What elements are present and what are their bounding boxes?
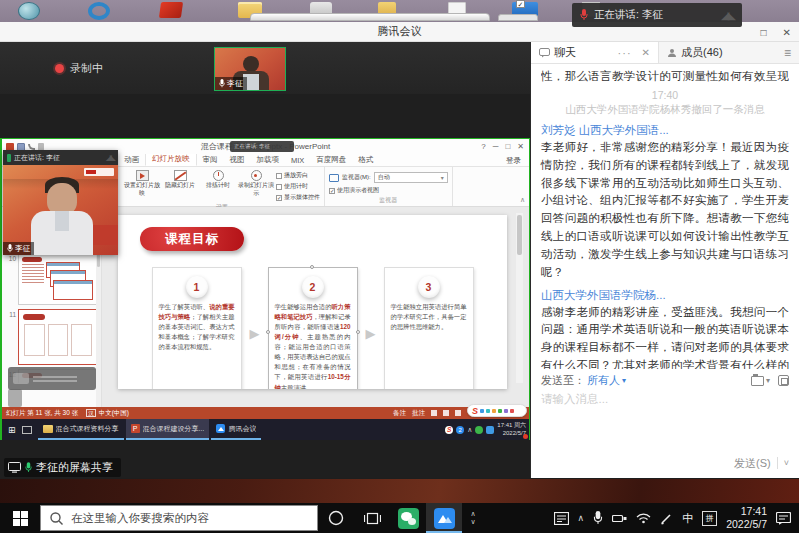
- send-to-selector[interactable]: 所有人: [587, 373, 620, 388]
- mic-tray-icon[interactable]: [593, 511, 603, 525]
- notes-button[interactable]: 备注: [393, 409, 406, 418]
- rehearse-timings-button[interactable]: 排练计时: [200, 169, 236, 190]
- send-button[interactable]: 发送(S): [734, 456, 771, 471]
- cortana-button[interactable]: [318, 503, 354, 533]
- shared-clock[interactable]: 17:41 周六 2022/5/7: [497, 422, 526, 438]
- objective-card-1[interactable]: 1 学生了解英语听、说的重要技巧与策略；了解相关主题的基本英语词汇、表达方式和基…: [152, 267, 242, 389]
- slide-scrollbar[interactable]: [516, 213, 523, 383]
- close-button[interactable]: ✕: [783, 27, 791, 38]
- maximize-button[interactable]: □: [761, 27, 767, 38]
- chat-sender[interactable]: 刘芳彣 山西大学外国语...: [541, 123, 789, 138]
- tray-expand-icon[interactable]: ∧: [467, 426, 472, 434]
- tab-mix[interactable]: MIX: [285, 156, 310, 166]
- taskbar-app-wechat[interactable]: [390, 503, 426, 533]
- tab-members[interactable]: 成员(46): [659, 42, 776, 63]
- record-slideshow-button[interactable]: 录制幻灯片演示: [238, 169, 274, 197]
- notification-count-badge[interactable]: 2: [456, 426, 464, 434]
- chat-close-icon[interactable]: ✕: [642, 47, 650, 58]
- desktop-icon-red-app[interactable]: [159, 2, 183, 18]
- start-button[interactable]: [0, 511, 40, 526]
- slideshow-view-icon[interactable]: [455, 410, 461, 416]
- comments-button[interactable]: 批注: [412, 409, 425, 418]
- taskbar-scroll-arrows[interactable]: ∧∨: [462, 510, 484, 525]
- selection-handle[interactable]: [356, 330, 360, 334]
- tab-view[interactable]: 视图: [224, 155, 251, 166]
- tab-review[interactable]: 审阅: [197, 155, 224, 166]
- sogou-ime-toolbar[interactable]: S: [467, 404, 527, 417]
- ime-tool-icon[interactable]: [492, 409, 496, 413]
- tab-format[interactable]: 格式: [352, 155, 379, 166]
- shared-app-powerpoint[interactable]: P 混合课程建设分享...: [126, 419, 210, 440]
- tab-baidu[interactable]: 百度网盘: [310, 155, 352, 166]
- slide-title[interactable]: 课程目标: [140, 227, 244, 251]
- selection-handle[interactable]: [310, 265, 314, 269]
- send-options-icon[interactable]: ˅: [784, 458, 789, 468]
- objective-card-3[interactable]: 3 学生能独立用英语进行简单的学术研究工作，具备一定的思辨性思维能力。: [384, 267, 474, 389]
- ime-tool-icon[interactable]: [510, 409, 514, 413]
- signin-link[interactable]: 登录: [506, 156, 529, 166]
- normal-view-icon[interactable]: [431, 410, 437, 416]
- undo-icon[interactable]: [28, 144, 35, 150]
- tab-animation[interactable]: 动画: [118, 155, 145, 166]
- tab-slideshow[interactable]: 幻灯片放映: [145, 153, 197, 166]
- monitor-select[interactable]: 自动 ▾: [374, 172, 448, 183]
- use-timings-checkbox[interactable]: 使用计时: [276, 182, 320, 191]
- taskbar-clock[interactable]: 17:41 2022/5/7: [726, 505, 767, 531]
- tab-addins[interactable]: 加载项: [251, 155, 286, 166]
- sogou-tray-icon[interactable]: S: [445, 426, 453, 434]
- ime-pinyin-button[interactable]: 拼: [702, 511, 717, 526]
- task-view-button[interactable]: [354, 503, 390, 533]
- wifi-icon[interactable]: [636, 512, 651, 524]
- shared-start-button[interactable]: ⊞: [2, 425, 22, 435]
- security-tray-icon[interactable]: [475, 426, 483, 434]
- desktop-icon-checkbox[interactable]: ✓: [516, 0, 525, 8]
- taskbar-search-box[interactable]: 在这里输入你要搜索的内容: [40, 505, 318, 531]
- scroll-up-icon[interactable]: ∧: [470, 510, 475, 518]
- objective-card-2-selected[interactable]: 2 学生能够运用合适的听力策略和笔记技巧，理解和记录所听内容，能听懂语速120词…: [268, 267, 358, 389]
- floating-toolbar-tab[interactable]: [8, 389, 22, 407]
- ppt-close-button[interactable]: ✕: [517, 142, 524, 151]
- scroll-down-icon[interactable]: ∨: [470, 518, 475, 526]
- current-slide[interactable]: 课程目标 1 学生了解英语听、说的重要技巧与策略；了解相关主题的基本英语词汇、表…: [118, 215, 507, 389]
- ime-tool-icon[interactable]: [480, 409, 484, 413]
- screenshot-button[interactable]: [778, 375, 789, 386]
- ime-language-button[interactable]: 中: [682, 511, 693, 526]
- setup-slideshow-button[interactable]: 设置幻灯片放映: [124, 169, 160, 197]
- speaker-video-thumbnail[interactable]: 李征: [214, 47, 286, 91]
- language-label[interactable]: 中文(中国): [99, 409, 129, 418]
- ppt-minimize-button[interactable]: ─: [493, 142, 499, 151]
- hide-slide-button[interactable]: 隐藏幻灯片: [162, 169, 198, 190]
- panel-menu-icon[interactable]: ≡: [776, 46, 799, 60]
- chat-more-icon[interactable]: ···: [618, 47, 632, 59]
- presenter-view-checkbox[interactable]: ✓ 使用演示者视图: [329, 186, 448, 195]
- ime-tool-icon[interactable]: [498, 409, 502, 413]
- chat-input[interactable]: [531, 390, 799, 452]
- selection-handle[interactable]: [266, 330, 270, 334]
- shared-app-folder[interactable]: 混合式课程资料分享: [38, 419, 124, 440]
- send-file-button[interactable]: ▾: [751, 376, 770, 386]
- collapse-ribbon-icon[interactable]: ∧: [520, 196, 525, 204]
- news-widget-icon[interactable]: [554, 512, 569, 525]
- show-media-controls-checkbox[interactable]: ✓ 显示媒体控件: [276, 193, 320, 202]
- sorter-view-icon[interactable]: [443, 410, 449, 416]
- device-tray-icon[interactable]: [612, 513, 627, 524]
- tab-chat[interactable]: 聊天 ··· ✕: [531, 42, 659, 63]
- taskbar-app-meeting[interactable]: [426, 503, 462, 533]
- ppt-help-button[interactable]: ?: [481, 142, 485, 151]
- slide-thumb-10[interactable]: [18, 253, 97, 305]
- ime-tool-icon[interactable]: [504, 409, 508, 413]
- shared-app-meeting[interactable]: 腾讯会议: [211, 419, 261, 440]
- camera-overlay-window[interactable]: 正在讲话: 李征 ◢◣: [3, 150, 118, 255]
- tray-expand-icon[interactable]: ∧: [578, 513, 585, 523]
- play-narrations-checkbox[interactable]: 播放旁白: [276, 171, 320, 180]
- chat-messages[interactable]: 性，那么语言教学设计的可测量性如何有效呈现[抱拳] 17:40 山西大学外国语学…: [531, 64, 799, 369]
- desktop-icon-browser[interactable]: [88, 2, 110, 20]
- floating-toolbar-overlay[interactable]: [8, 367, 96, 390]
- action-center-icon[interactable]: [776, 512, 791, 525]
- shared-taskview-button[interactable]: [22, 426, 32, 434]
- pen-icon[interactable]: [660, 512, 673, 525]
- ime-tool-icon[interactable]: [486, 409, 490, 413]
- desktop-icon-globe[interactable]: [18, 2, 40, 20]
- chat-sender[interactable]: 山西大学外国语学院杨...: [541, 288, 789, 303]
- ppt-restore-button[interactable]: □: [505, 142, 510, 151]
